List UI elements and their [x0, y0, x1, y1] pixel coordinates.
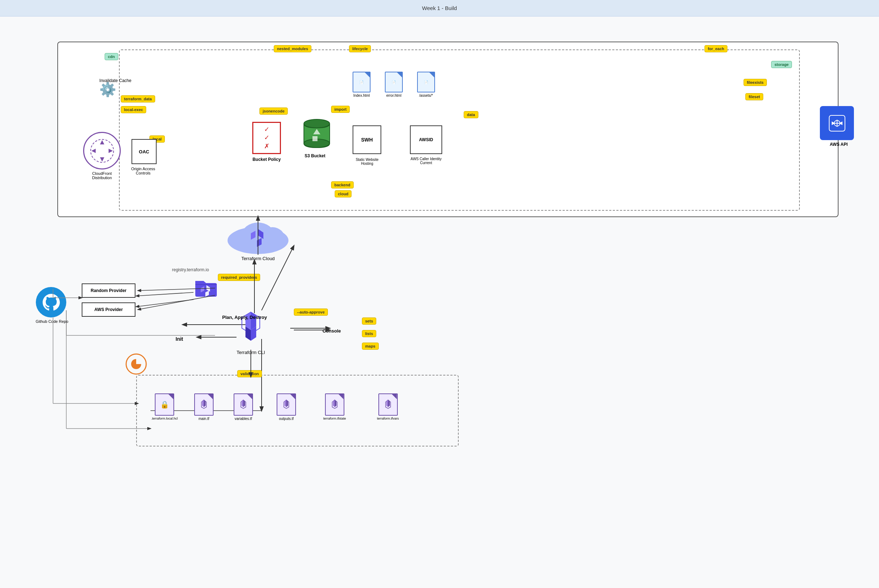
bucket-policy-icon: ✓ ✓ ✗ [252, 122, 281, 154]
badge-storage: storage [771, 61, 792, 68]
bucket-policy-label: Bucket Policy [249, 157, 285, 162]
svg-marker-30 [100, 157, 104, 162]
s3-bucket-icon [302, 118, 331, 152]
grafana-icon [125, 353, 147, 376]
badge-cloud: cloud [334, 190, 351, 197]
badge-auto-approve: --auto-approve [294, 309, 328, 316]
doc-terraform-tfstate: terraform.tfstate [323, 393, 346, 420]
svg-line-17 [136, 292, 194, 296]
doc-main-tf: main.tf [194, 393, 214, 421]
svg-marker-31 [92, 149, 96, 153]
doc-index-html: 📄 Index.html [352, 72, 370, 98]
badge-validation: validation [237, 370, 262, 377]
terraform-cloud [222, 215, 294, 260]
doc-terraform-local-hcl: 🔒 .terraform.local.hcl [151, 393, 178, 420]
doc-assets: 📄 /assets/* [417, 72, 435, 98]
badge-jsonencode: jsonencode [260, 108, 288, 115]
badge-lists: lists [362, 330, 376, 337]
doc-variables-tf: variables.tf [234, 393, 253, 421]
aws-api-box [820, 106, 854, 140]
init-label: Init [176, 336, 183, 342]
console-label: Console [322, 328, 341, 334]
svg-point-24 [304, 119, 330, 128]
svg-line-18 [136, 300, 194, 307]
swh-box: SWH [352, 125, 381, 154]
badge-data: data [464, 111, 478, 118]
badge-fileset: fileset [746, 93, 763, 100]
github-icon [36, 287, 66, 318]
doc-error-html: 📄 error.html [385, 72, 403, 98]
doc-terraform-tfvars: terraform.tfvars [377, 393, 399, 420]
badge-sets: sets [362, 318, 376, 325]
page-title: Week 1 - Build [422, 5, 457, 11]
dashed-inner-box: nested_modules lifecycle for_each storag… [119, 50, 800, 211]
top-outer-box: nested_modules lifecycle for_each storag… [57, 42, 838, 217]
cloudfront-circle [83, 132, 121, 170]
badge-cdn: cdn [105, 53, 118, 60]
badge-backend: backend [331, 181, 354, 189]
awsid-label: AWS Caller IdentityCurrent [403, 157, 449, 165]
main-canvas: nested_modules lifecycle for_each storag… [0, 16, 879, 588]
badge-nested-modules: nested_modules [274, 45, 311, 52]
aws-provider-box: AWS Provider [82, 302, 135, 317]
terraform-cloud-label: Terraform Cloud [222, 256, 294, 261]
badge-maps: maps [362, 342, 379, 350]
page-title-bar: Week 1 - Build [0, 0, 879, 16]
cloudfront-label: CloudFrontDistribution [80, 171, 124, 180]
github-label: Github Code Repo [32, 319, 72, 324]
badge-lifecycle: lifecycle [349, 45, 371, 52]
files-dashed-box: validation 🔒 .terraform.local.hcl main.t… [136, 375, 459, 447]
plan-apply-label: Plan, Apply, Destroy [222, 315, 267, 320]
svg-marker-32 [109, 149, 113, 153]
svg-marker-29 [100, 140, 104, 144]
gear-icon: ⚙️ [99, 82, 116, 98]
terraform-cli-label: Terraform CLI [230, 350, 272, 355]
badge-import: import [331, 106, 350, 113]
oac-label: Origin AccessControls [123, 166, 164, 175]
registry-label: registry.terraform.io [172, 267, 209, 272]
badge-required-providers: required_providers [218, 274, 260, 281]
badge-terraform-data: terraform_data [121, 95, 155, 102]
swh-label: Static WebsiteHosting [341, 158, 393, 165]
badge-for-each: for_each [705, 45, 728, 52]
doc-outputs-tf: outputs.tf [277, 393, 296, 421]
oac-box: OAC [132, 139, 157, 164]
awsid-box: AWSID [410, 125, 442, 154]
random-provider-box: Random Provider [82, 284, 135, 298]
aws-api-label: AWS API [818, 142, 859, 147]
badge-local-exec: local-exec [121, 106, 146, 113]
svg-rect-27 [312, 136, 318, 141]
badge-fileexists: fileexists [744, 79, 767, 86]
required-providers-group [194, 274, 219, 299]
s3-bucket-label: S3 Bucket [299, 153, 331, 158]
